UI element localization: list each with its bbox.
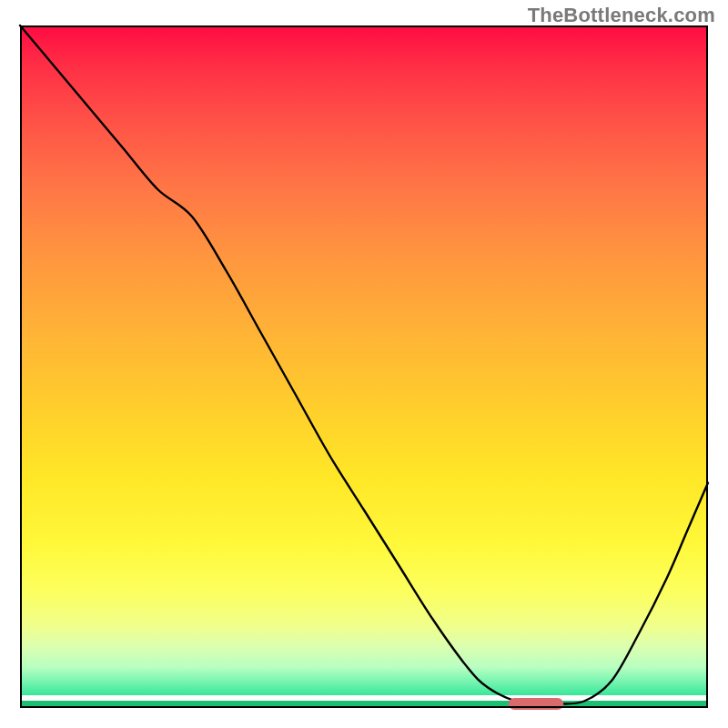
optimum-marker <box>20 25 708 708</box>
marker-pill <box>509 698 563 710</box>
chart-container: TheBottleneck.com <box>0 0 728 728</box>
watermark-text: TheBottleneck.com <box>528 4 715 27</box>
plot-area <box>20 25 708 708</box>
